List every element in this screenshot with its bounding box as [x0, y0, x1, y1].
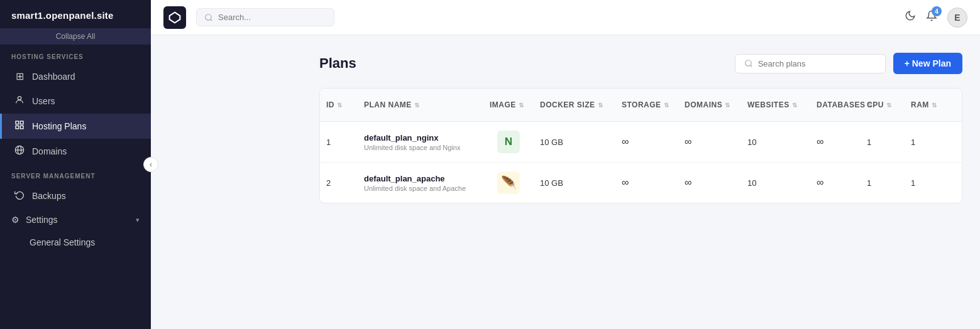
cell-ram: 1 — [905, 129, 962, 156]
cell-plan-name: default_plan_apache Unlimited disk space… — [358, 165, 483, 201]
sidebar-item-hosting-plans[interactable]: Hosting Plans — [0, 114, 151, 139]
svg-line-11 — [750, 65, 752, 67]
sidebar-item-label: Domains — [32, 146, 67, 156]
sort-icon-storage: ⇅ — [664, 102, 669, 109]
table-row: 2 default_plan_apache Unlimited disk spa… — [320, 163, 962, 203]
col-databases[interactable]: DATABASES ⇅ — [810, 89, 861, 121]
cell-storage: ∞ — [615, 168, 678, 197]
cell-domains: ∞ — [678, 127, 741, 156]
svg-rect-4 — [20, 126, 23, 129]
cell-storage: ∞ — [615, 127, 678, 156]
dashboard-icon: ⊞ — [13, 70, 26, 82]
sidebar-item-general-settings[interactable]: General Settings — [0, 231, 151, 254]
server-section-label: SERVER MANAGEMENT — [0, 164, 151, 183]
new-plan-button[interactable]: + New Plan — [893, 53, 962, 74]
sort-icon-id: ⇅ — [337, 102, 343, 109]
svg-rect-2 — [20, 121, 23, 124]
cell-cpu: 1 — [861, 170, 905, 197]
collapse-sidebar-button[interactable]: ‹ — [143, 157, 158, 172]
search-plans-input[interactable] — [758, 59, 871, 68]
sidebar-item-domains[interactable]: Domains — [0, 139, 151, 164]
plans-table: ID ⇅ PLAN NAME ⇅ IMAGE ⇅ DOCKER SIZE ⇅ S… — [319, 88, 962, 203]
svg-point-8 — [206, 14, 211, 19]
svg-line-9 — [211, 19, 212, 21]
col-docker-size[interactable]: DOCKER SIZE ⇅ — [534, 89, 615, 121]
collapse-all-button[interactable]: Collapse All — [0, 28, 151, 45]
sort-icon-ram: ⇅ — [932, 102, 937, 109]
notification-badge: 4 — [932, 6, 942, 16]
apache-icon: 🪶 — [497, 171, 520, 194]
sort-icon-docker-size: ⇅ — [598, 102, 603, 109]
cell-docker-size: 10 GB — [534, 129, 615, 156]
user-avatar[interactable]: E — [947, 8, 967, 28]
notifications-button[interactable]: 4 — [926, 10, 937, 24]
page-title: Plans — [319, 55, 356, 72]
sidebar-item-label: General Settings — [30, 237, 95, 247]
svg-rect-1 — [16, 121, 19, 124]
sidebar-item-settings[interactable]: ⚙ Settings ▾ — [0, 208, 151, 231]
sort-icon-image: ⇅ — [519, 102, 524, 109]
sidebar: smart1.openpanel.site Collapse All HOSTI… — [0, 0, 151, 329]
hosting-plans-icon — [13, 120, 26, 132]
cell-websites: 10 — [741, 129, 810, 156]
topbar-icons: 4 E — [905, 8, 967, 28]
sidebar-item-label: Backups — [32, 191, 66, 201]
chevron-down-icon: ▾ — [136, 216, 140, 224]
plan-name-text: default_plan_apache — [364, 174, 477, 183]
plan-name-text: default_plan_nginx — [364, 133, 477, 143]
sidebar-item-dashboard[interactable]: ⊞ Dashboard — [0, 64, 151, 89]
cell-websites: 10 — [741, 170, 810, 197]
backups-icon — [13, 190, 26, 202]
cell-ram: 1 — [905, 170, 962, 197]
cell-domains: ∞ — [678, 168, 741, 197]
sort-icon-plan-name: ⇅ — [414, 102, 420, 109]
dark-mode-toggle[interactable] — [905, 10, 916, 24]
search-plans-box[interactable] — [735, 54, 886, 73]
table-row: 1 default_plan_nginx Unlimited disk spac… — [320, 122, 962, 163]
table-header: ID ⇅ PLAN NAME ⇅ IMAGE ⇅ DOCKER SIZE ⇅ S… — [320, 89, 962, 122]
col-cpu[interactable]: CPU ⇅ — [861, 89, 905, 121]
sort-icon-cpu: ⇅ — [886, 102, 892, 109]
hosting-section-label: HOSTING SERVICES — [0, 45, 151, 64]
search-icon — [204, 13, 213, 22]
svg-rect-3 — [16, 126, 19, 129]
col-ram[interactable]: RAM ⇅ — [905, 89, 962, 121]
cell-docker-size: 10 GB — [534, 170, 615, 197]
col-id[interactable]: ID ⇅ — [320, 89, 358, 121]
col-image[interactable]: IMAGE ⇅ — [483, 89, 534, 121]
global-search-input[interactable] — [218, 13, 319, 22]
cell-cpu: 1 — [861, 129, 905, 156]
plan-desc-text: Unlimited disk space and Apache — [364, 185, 477, 192]
sort-icon-domains: ⇅ — [725, 102, 730, 109]
sidebar-item-backups[interactable]: Backups — [0, 183, 151, 208]
cell-databases: ∞ — [810, 168, 861, 197]
col-plan-name[interactable]: PLAN NAME ⇅ — [358, 89, 483, 121]
col-storage[interactable]: STORAGE ⇅ — [615, 89, 678, 121]
sidebar-item-label: Hosting Plans — [32, 121, 86, 131]
sort-icon-websites: ⇅ — [792, 102, 798, 109]
plans-actions: + New Plan — [735, 53, 962, 74]
col-domains[interactable]: DOMAINS ⇅ — [678, 89, 741, 121]
svg-point-0 — [18, 97, 21, 100]
sidebar-item-users[interactable]: Users — [0, 89, 151, 114]
main-content: Plans + New Plan ID ⇅ PLAN NAME ⇅ IMAGE … — [302, 35, 980, 329]
col-websites[interactable]: WEBSITES ⇅ — [741, 89, 810, 121]
sidebar-item-label: Settings — [26, 215, 58, 225]
search-plans-icon — [744, 59, 753, 68]
svg-point-10 — [745, 60, 751, 66]
sidebar-item-label: Dashboard — [32, 72, 75, 82]
brand-name: smart1.openpanel.site — [0, 0, 151, 28]
sidebar-item-label: Users — [32, 96, 55, 106]
cell-image: 🪶 — [483, 163, 534, 203]
users-icon — [13, 95, 26, 107]
global-search-box[interactable] — [196, 8, 334, 26]
cell-id: 2 — [320, 170, 358, 197]
cell-image: N — [483, 122, 534, 162]
plan-desc-text: Unlimited disk space and Nginx — [364, 144, 477, 151]
cell-databases: ∞ — [810, 127, 861, 156]
cell-plan-name: default_plan_nginx Unlimited disk space … — [358, 124, 483, 160]
topbar: 4 E — [151, 0, 980, 35]
nginx-icon: N — [497, 131, 520, 153]
openpanel-logo — [163, 6, 186, 29]
domains-icon — [13, 145, 26, 158]
